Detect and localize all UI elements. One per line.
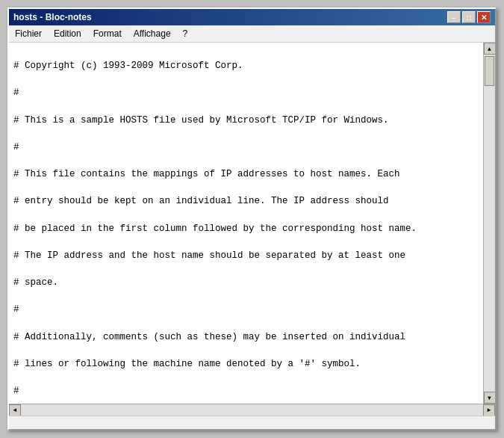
content-area: # Copyright (c) 1993-2009 Microsoft Corp… xyxy=(9,43,495,404)
line-13: # xyxy=(13,384,479,398)
line-10: # xyxy=(13,303,479,316)
menu-format[interactable]: Format xyxy=(87,27,128,40)
minimize-button[interactable]: – xyxy=(447,11,461,23)
line-8: # The IP address and the host name shoul… xyxy=(13,249,479,262)
status-bar xyxy=(9,416,495,429)
scroll-thumb-v[interactable] xyxy=(485,56,494,86)
line-7: # be placed in the first column followed… xyxy=(13,222,479,235)
line-1: # Copyright (c) 1993-2009 Microsoft Corp… xyxy=(13,59,479,73)
text-editor[interactable]: # Copyright (c) 1993-2009 Microsoft Corp… xyxy=(9,43,483,404)
window-title: hosts - Bloc-notes xyxy=(13,12,92,22)
line-2: # xyxy=(13,86,479,99)
scroll-up-arrow[interactable]: ▲ xyxy=(484,43,496,55)
close-button[interactable]: ✕ xyxy=(477,11,491,23)
main-window: hosts - Bloc-notes – □ ✕ Fichier Edition… xyxy=(7,7,497,431)
horizontal-scrollbar[interactable]: ◄ ► xyxy=(9,404,495,416)
scroll-right-arrow[interactable]: ► xyxy=(483,404,495,416)
title-bar: hosts - Bloc-notes – □ ✕ xyxy=(9,9,495,25)
line-11: # Additionally, comments (such as these)… xyxy=(13,330,479,344)
line-3: # This is a sample HOSTS file used by Mi… xyxy=(13,114,479,127)
scroll-down-arrow[interactable]: ▼ xyxy=(484,392,496,404)
scroll-track-h[interactable] xyxy=(21,404,483,416)
bottom-area: ◄ ► xyxy=(9,404,495,429)
line-9: # space. xyxy=(13,276,479,289)
menu-bar: Fichier Edition Format Affichage ? xyxy=(9,25,495,43)
menu-help[interactable]: ? xyxy=(177,27,194,40)
line-4: # xyxy=(13,141,479,154)
menu-edition[interactable]: Edition xyxy=(48,27,87,40)
line-6: # entry should be kept on an individual … xyxy=(13,194,479,208)
menu-affichage[interactable]: Affichage xyxy=(128,27,177,40)
title-bar-controls: – □ ✕ xyxy=(447,11,491,23)
maximize-button[interactable]: □ xyxy=(462,11,476,23)
line-5: # This file contains the mappings of IP … xyxy=(13,167,479,181)
vertical-scrollbar[interactable]: ▲ ▼ xyxy=(483,43,495,404)
scroll-track-v[interactable] xyxy=(484,55,495,392)
menu-fichier[interactable]: Fichier xyxy=(9,27,48,40)
line-12: # lines or following the machine name de… xyxy=(13,357,479,371)
scroll-left-arrow[interactable]: ◄ xyxy=(9,404,21,416)
